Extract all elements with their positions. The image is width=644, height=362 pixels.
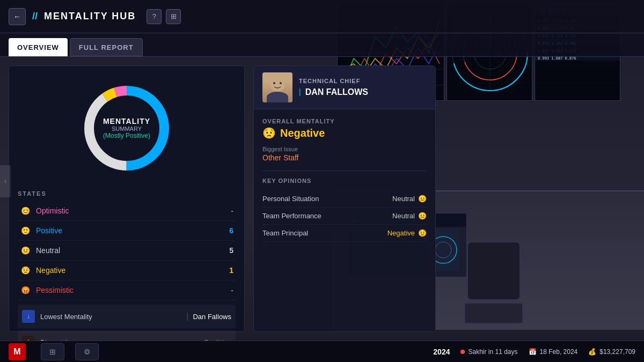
state-neutral-label: Neutral — [36, 246, 229, 255]
avatar — [262, 72, 292, 102]
status-bar: ⊞ ⚙ 2024 Sakhir in 11 days 📅 18 Feb, 202… — [0, 341, 644, 362]
status-location: Sakhir in 11 days — [460, 348, 517, 356]
header-separator: // — [32, 11, 38, 22]
status-date-text: 18 Feb, 2024 — [540, 348, 578, 356]
opinion-personal-label: Personal Situation — [262, 195, 392, 203]
state-item-optimistic: 😊 Optimistic - — [18, 201, 236, 221]
sidebar-arrow[interactable]: ‹ — [0, 165, 11, 197]
back-button[interactable]: ← — [9, 8, 26, 25]
states-label: STATES — [18, 190, 236, 197]
opinion-team-performance: Team Performance Neutral 😐 — [262, 208, 427, 225]
opinion-team-perf-label: Team Performance — [262, 212, 392, 220]
negative-icon: 😟 — [20, 265, 31, 276]
opinion-team-perf-text: Neutral — [392, 212, 415, 220]
overall-mentality-value: 😟 Negative — [262, 127, 427, 139]
header-icons: ? ⊞ — [147, 9, 181, 24]
donut-center: MENTALITY SUMMARY (Mostly Positive) — [78, 80, 175, 176]
state-item-positive: 🙂 Positive 6 — [18, 221, 236, 241]
pessimistic-icon: 😡 — [20, 285, 31, 295]
main-content: MENTALITY SUMMARY (Mostly Positive) STAT… — [0, 57, 644, 341]
donut-chart: MENTALITY SUMMARY (Mostly Positive) — [78, 80, 175, 176]
state-optimistic-count: - — [231, 206, 233, 215]
opinion-team-principal-label: Team Principal — [262, 229, 387, 237]
overall-mentality-label: OVERALL MENTALITY — [262, 118, 427, 124]
states-list: 😊 Optimistic - 🙂 Positive 6 😐 Neutral 5 … — [18, 201, 236, 300]
tab-full-report[interactable]: FULL REPORT — [70, 38, 143, 56]
opinion-team-perf-value: Neutral 😐 — [392, 212, 427, 220]
key-opinions-label: KEY OPINIONS — [262, 171, 427, 184]
opinion-team-principal: Team Principal Negative 😟 — [262, 225, 427, 242]
grid-icon: ⊞ — [49, 348, 56, 356]
gear-nav-button[interactable]: ⚙ — [75, 343, 99, 360]
neutral-icon: 😐 — [20, 245, 31, 256]
lowest-mentality-row: ↓ Lowest Mentality | Dan Fallows — [18, 305, 236, 328]
left-panel: MENTALITY SUMMARY (Mostly Positive) STAT… — [9, 65, 245, 332]
state-item-negative: 😟 Negative 1 — [18, 261, 236, 280]
app-logo — [9, 343, 26, 360]
biggest-issue-popup-label: Biggest Issue — [262, 146, 427, 152]
lowest-mentality-label: Lowest Mentality — [40, 313, 182, 321]
positive-icon: 🙂 — [20, 225, 31, 236]
tab-bar: OVERVIEW FULL REPORT — [0, 33, 644, 57]
state-item-pessimistic: 😡 Pessimistic - — [18, 280, 236, 300]
opinion-personal-emoji: 😐 — [418, 195, 427, 203]
svg-point-35 — [270, 77, 285, 92]
row-separator: | — [186, 312, 188, 321]
svg-point-36 — [269, 92, 286, 102]
state-neutral-count: 5 — [229, 246, 233, 255]
donut-title: MENTALITY — [103, 117, 150, 125]
donut-status: (Mostly Positive) — [103, 132, 150, 139]
svg-point-37 — [273, 82, 275, 84]
popup-name: DAN FALLOWS — [305, 87, 368, 97]
state-positive-label: Positive — [36, 226, 229, 235]
status-location-text: Sakhir in 11 days — [468, 348, 517, 356]
opinion-team-principal-emoji: 😟 — [418, 229, 427, 237]
location-dot — [460, 350, 465, 354]
opinion-team-principal-value: Negative 😟 — [387, 229, 427, 237]
opinions-list: Personal Situation Neutral 😐 Team Perfor… — [262, 190, 427, 242]
opinion-team-principal-text: Negative — [387, 229, 415, 237]
opinion-personal-situation: Personal Situation Neutral 😐 — [262, 190, 427, 208]
avatar-face — [262, 72, 292, 102]
overall-emoji: 😟 — [262, 127, 276, 139]
opinion-personal-text: Neutral — [392, 195, 415, 203]
export-button[interactable]: ⊞ — [166, 9, 181, 24]
state-pessimistic-label: Pessimistic — [36, 286, 231, 294]
optimistic-icon: 😊 — [20, 205, 31, 216]
popup-name-area: TECHNICAL CHIEF | DAN FALLOWS — [299, 78, 427, 97]
help-button[interactable]: ? — [147, 9, 162, 24]
popup-card: TECHNICAL CHIEF | DAN FALLOWS OVERALL ME… — [253, 65, 436, 332]
opinion-team-perf-emoji: 😐 — [418, 212, 427, 220]
grid-nav-button[interactable]: ⊞ — [41, 343, 64, 360]
header-bar: ← // MENTALITY HUB ? ⊞ — [0, 0, 644, 33]
popup-header: TECHNICAL CHIEF | DAN FALLOWS — [254, 66, 435, 109]
biggest-issue-popup-value: Other Staff — [262, 153, 427, 162]
lowest-mentality-icon: ↓ — [22, 310, 35, 323]
svg-point-38 — [280, 82, 282, 84]
popup-body: OVERALL MENTALITY 😟 Negative Biggest Iss… — [254, 109, 435, 250]
state-negative-count: 1 — [229, 266, 233, 275]
status-year: 2024 — [433, 348, 450, 356]
money-icon: 💰 — [588, 348, 596, 356]
status-money-text: $13,227,709 — [599, 348, 635, 356]
lowest-mentality-value: Dan Fallows — [193, 313, 231, 321]
state-item-neutral: 😐 Neutral 5 — [18, 241, 236, 261]
chart-container: MENTALITY SUMMARY (Mostly Positive) — [18, 75, 236, 182]
date-icon: 📅 — [529, 348, 537, 356]
status-money: 💰 $13,227,709 — [588, 348, 635, 356]
popup-role: TECHNICAL CHIEF — [299, 78, 427, 84]
state-positive-count: 6 — [229, 226, 233, 235]
tab-overview[interactable]: OVERVIEW — [9, 38, 68, 56]
status-date: 📅 18 Feb, 2024 — [529, 348, 578, 356]
donut-subtitle: SUMMARY — [112, 125, 142, 132]
gear-icon: ⚙ — [84, 348, 91, 356]
overall-text: Negative — [280, 127, 325, 139]
opinion-personal-value: Neutral 😐 — [392, 195, 427, 203]
state-optimistic-label: Optimistic — [36, 206, 231, 215]
state-negative-label: Negative — [36, 266, 229, 275]
state-pessimistic-count: - — [231, 286, 233, 294]
page-title: MENTALITY HUB — [44, 11, 136, 22]
